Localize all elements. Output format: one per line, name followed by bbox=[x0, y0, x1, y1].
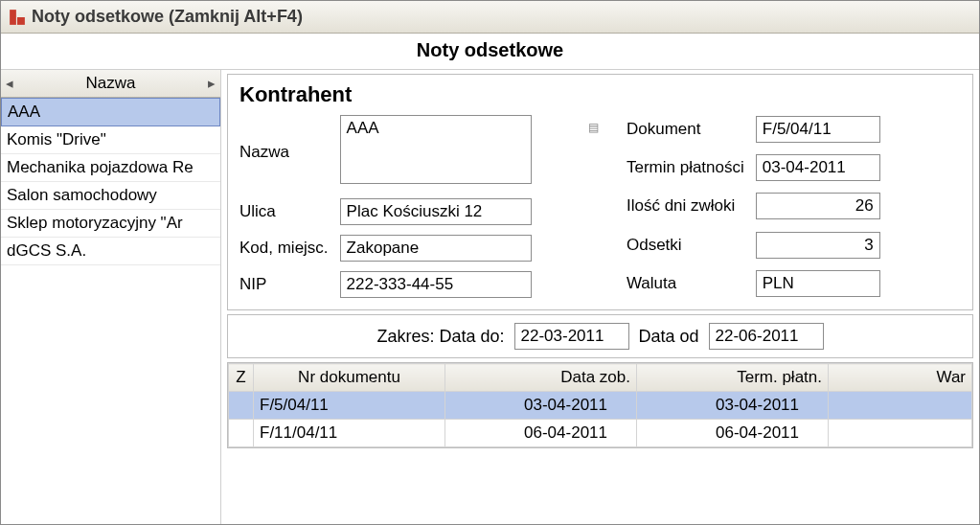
table-cell: F/11/04/11 bbox=[254, 420, 445, 447]
nazwa-field[interactable] bbox=[340, 115, 532, 184]
documents-table-wrap: Z Nr dokumentu Data zob. Term. płatn. Wa… bbox=[227, 362, 973, 448]
scroll-right-icon[interactable]: ▸ bbox=[207, 75, 217, 92]
sidebar-item[interactable]: dGCS S.A. bbox=[1, 238, 220, 265]
sidebar-item[interactable]: Salon samochodowy bbox=[1, 182, 220, 210]
label-nip: NIP bbox=[239, 275, 329, 294]
table-cell bbox=[229, 392, 254, 420]
app-icon bbox=[9, 9, 26, 26]
label-termin: Termin płatności bbox=[627, 158, 744, 177]
svg-rect-1 bbox=[17, 17, 25, 25]
titlebar[interactable]: Noty odsetkowe (Zamknij Alt+F4) bbox=[1, 1, 979, 34]
table-row[interactable]: F/5/04/1103-04-201103-04-2011 bbox=[229, 392, 972, 420]
waluta-field[interactable] bbox=[756, 270, 880, 297]
col-date[interactable]: Data zob. bbox=[445, 364, 637, 392]
col-doc[interactable]: Nr dokumentu bbox=[254, 364, 445, 392]
window-title: Noty odsetkowe (Zamknij Alt+F4) bbox=[32, 7, 303, 27]
nip-field[interactable] bbox=[340, 271, 532, 298]
label-ulica: Ulica bbox=[239, 202, 329, 221]
date-to-field[interactable] bbox=[514, 323, 629, 350]
sidebar-item[interactable]: Sklep motoryzacyjny "Ar bbox=[1, 210, 220, 238]
scroll-left-icon[interactable]: ◂ bbox=[5, 75, 14, 92]
label-dokument: Dokument bbox=[627, 120, 744, 139]
table-cell bbox=[829, 420, 972, 447]
sidebar-list[interactable]: AAAKomis "Drive"Mechanika pojazdowa ReSa… bbox=[1, 98, 220, 524]
kod-field[interactable] bbox=[340, 235, 532, 262]
sidebar-item[interactable]: Mechanika pojazdowa Re bbox=[1, 154, 220, 182]
nazwa-field-wrap: ▤ bbox=[340, 115, 607, 189]
label-zwloka: Ilość dni zwłoki bbox=[627, 196, 744, 216]
table-cell: 06-04-2011 bbox=[637, 420, 829, 447]
form-row: Nazwa ▤ Ulica Kod, miejsc. NIP Do bbox=[239, 115, 961, 298]
col-term[interactable]: Term. płatn. bbox=[637, 364, 829, 392]
label-odsetki: Odsetki bbox=[627, 236, 744, 255]
sidebar-item[interactable]: AAA bbox=[1, 98, 220, 126]
col-z[interactable]: Z bbox=[229, 364, 254, 392]
form-right: Dokument Termin płatności Ilość dni zwło… bbox=[627, 115, 961, 298]
table-cell: F/5/04/11 bbox=[254, 392, 445, 420]
form-left: Nazwa ▤ Ulica Kod, miejsc. NIP bbox=[239, 115, 607, 298]
range-mid: Data od bbox=[639, 327, 699, 347]
range-prefix: Zakres: Data do: bbox=[376, 327, 504, 347]
panel-title: Kontrahent bbox=[239, 82, 961, 107]
table-cell bbox=[229, 420, 254, 447]
sidebar-column-name[interactable]: Nazwa bbox=[14, 74, 207, 93]
range-bar: Zakres: Data do: Data od bbox=[227, 314, 973, 358]
content-area: ◂ Nazwa ▸ AAAKomis "Drive"Mechanika poja… bbox=[1, 70, 979, 524]
label-nazwa: Nazwa bbox=[239, 143, 329, 162]
label-kod: Kod, miejsc. bbox=[239, 239, 329, 258]
table-cell bbox=[829, 392, 972, 420]
sidebar-item[interactable]: Komis "Drive" bbox=[1, 126, 220, 154]
label-waluta: Waluta bbox=[627, 274, 744, 293]
page-title: Noty odsetkowe bbox=[1, 34, 979, 70]
col-war[interactable]: War bbox=[829, 364, 972, 392]
documents-table[interactable]: Z Nr dokumentu Data zob. Term. płatn. Wa… bbox=[228, 363, 972, 447]
scroll-grip-icon: ▤ bbox=[588, 121, 602, 134]
date-from-field[interactable] bbox=[709, 323, 824, 350]
kontrahent-panel: Kontrahent Nazwa ▤ Ulica Kod, miejsc. NI… bbox=[227, 74, 973, 310]
table-cell: 03-04-2011 bbox=[637, 392, 829, 420]
odsetki-field[interactable] bbox=[756, 232, 880, 259]
svg-rect-0 bbox=[10, 10, 16, 25]
app-window: Noty odsetkowe (Zamknij Alt+F4) Noty ods… bbox=[0, 0, 980, 525]
zwloka-field[interactable] bbox=[756, 193, 880, 219]
dokument-field[interactable] bbox=[756, 116, 880, 143]
termin-field[interactable] bbox=[756, 154, 880, 181]
table-cell: 06-04-2011 bbox=[445, 420, 637, 447]
table-row[interactable]: F/11/04/1106-04-201106-04-2011 bbox=[229, 420, 972, 447]
main-panel: Kontrahent Nazwa ▤ Ulica Kod, miejsc. NI… bbox=[221, 70, 979, 524]
sidebar-header: ◂ Nazwa ▸ bbox=[1, 70, 220, 98]
table-header-row: Z Nr dokumentu Data zob. Term. płatn. Wa… bbox=[229, 364, 972, 392]
table-cell: 03-04-2011 bbox=[445, 392, 637, 420]
ulica-field[interactable] bbox=[340, 198, 532, 225]
sidebar: ◂ Nazwa ▸ AAAKomis "Drive"Mechanika poja… bbox=[1, 70, 221, 524]
